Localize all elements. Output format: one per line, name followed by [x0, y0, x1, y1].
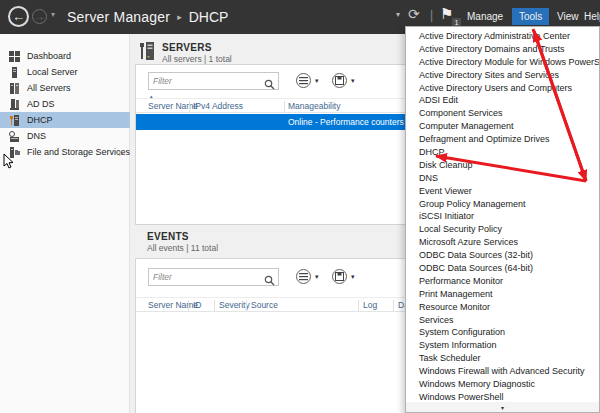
- save-caret-icon[interactable]: ▾: [351, 77, 355, 85]
- servers-filter-input[interactable]: [149, 73, 261, 89]
- ad-ds-icon: [9, 99, 20, 110]
- servers-filter-box: [148, 72, 279, 90]
- forward-button[interactable]: →: [32, 9, 47, 24]
- tools-menu-item[interactable]: Resource Monitor: [406, 301, 599, 314]
- tools-menu-item[interactable]: Component Services: [406, 107, 599, 120]
- tools-menu-item[interactable]: iSCSI Initiator: [406, 210, 599, 223]
- breadcrumb: Server Manager ▸ DHCP: [67, 0, 228, 34]
- column-divider: [214, 300, 215, 311]
- tools-menu-item[interactable]: Services: [406, 314, 599, 327]
- column-divider: [189, 101, 190, 112]
- search-icon[interactable]: [264, 76, 275, 94]
- menu-scroll-down-button[interactable]: ▾: [406, 402, 599, 412]
- tools-menu-item[interactable]: Print Management: [406, 288, 599, 301]
- servers-panel-subtitle: All servers | 1 total: [162, 54, 232, 64]
- column-divider: [284, 101, 285, 112]
- column-ipv4-address[interactable]: IPv4 Address: [193, 101, 243, 111]
- query-list-button[interactable]: [296, 269, 311, 284]
- sidebar-item-dashboard[interactable]: Dashboard: [0, 48, 130, 64]
- sidebar-item-local-server[interactable]: Local Server: [0, 64, 130, 80]
- sidebar-item-ad-ds[interactable]: AD DS: [0, 96, 130, 112]
- tools-menu-item[interactable]: Active Directory Administrative Center: [406, 30, 599, 43]
- tools-menu-item[interactable]: Performance Monitor: [406, 275, 599, 288]
- events-filter-input[interactable]: [149, 269, 261, 285]
- tools-menu-item[interactable]: Windows Firewall with Advanced Security: [406, 365, 599, 378]
- expand-chevron-icon[interactable]: ▷: [119, 149, 124, 156]
- tools-menu-item[interactable]: Active Directory Sites and Services: [406, 69, 599, 82]
- tools-menu-item[interactable]: Event Viewer: [406, 185, 599, 198]
- servers-panel-title: SERVERS: [162, 42, 232, 53]
- column-server-name[interactable]: Server Name: [148, 101, 198, 111]
- server-manager-window: ← → ▾ Server Manager ▸ DHCP ▾ ⟳ | ⚑ 1 Ma…: [0, 0, 600, 413]
- dashboard-icon: [9, 51, 20, 62]
- sidebar-label: DHCP: [27, 115, 53, 125]
- tools-menu-item[interactable]: ODBC Data Sources (64-bit): [406, 262, 599, 275]
- sidebar-item-all-servers[interactable]: All Servers: [0, 80, 130, 96]
- refresh-dropdown-caret-icon[interactable]: ▾: [396, 10, 400, 19]
- back-button[interactable]: ←: [8, 6, 29, 27]
- app-title: Server Manager: [67, 9, 170, 25]
- sidebar-label: Local Server: [27, 67, 78, 77]
- save-icon: [335, 76, 344, 85]
- tools-menu-item[interactable]: Active Directory Module for Windows Powe…: [406, 56, 599, 69]
- save-query-button[interactable]: [332, 269, 347, 284]
- menu-tools[interactable]: Tools: [512, 8, 549, 25]
- column-divider: [393, 300, 394, 311]
- tools-menu-item[interactable]: DNS: [406, 172, 599, 185]
- menu-help[interactable]: Help: [577, 8, 600, 25]
- topbar-separator: |: [430, 8, 433, 22]
- column-divider: [246, 300, 247, 311]
- events-panel-title: EVENTS: [147, 231, 218, 242]
- tools-menu-item[interactable]: Local Security Policy: [406, 223, 599, 236]
- save-query-button[interactable]: [332, 73, 347, 88]
- tools-menu-item[interactable]: Microsoft Azure Services: [406, 236, 599, 249]
- tools-menu-item[interactable]: System Information: [406, 339, 599, 352]
- save-icon: [335, 272, 344, 281]
- tools-menu-items: Active Directory Administrative Center A…: [406, 30, 599, 404]
- sidebar-item-file-storage-services[interactable]: File and Storage Services ▷: [0, 144, 130, 160]
- tools-menu-item[interactable]: Computer Management: [406, 120, 599, 133]
- events-panel-subtitle: All events | 11 total: [147, 243, 218, 253]
- list-icon: [299, 76, 308, 85]
- dns-icon: [9, 131, 20, 142]
- tools-menu-item[interactable]: Task Scheduler: [406, 352, 599, 365]
- tools-menu-item[interactable]: Active Directory Domains and Trusts: [406, 43, 599, 56]
- forward-arrow-icon: →: [35, 11, 45, 22]
- menu-manage[interactable]: Manage: [460, 8, 510, 25]
- search-icon[interactable]: [264, 272, 275, 290]
- page-title: DHCP: [189, 9, 229, 25]
- tools-menu-item-dhcp[interactable]: DHCP: [406, 146, 599, 159]
- column-manageability[interactable]: Manageability: [288, 101, 340, 111]
- events-heading: EVENTS All events | 11 total: [147, 231, 218, 253]
- sort-ascending-icon: ▴: [150, 93, 153, 99]
- column-server-name[interactable]: Server Name: [148, 300, 198, 310]
- tools-menu-item[interactable]: System Configuration: [406, 326, 599, 339]
- column-divider: [358, 300, 359, 311]
- tools-menu-item[interactable]: Active Directory Users and Computers: [406, 82, 599, 95]
- query-caret-icon[interactable]: ▾: [315, 273, 319, 281]
- tools-menu-item[interactable]: Disk Cleanup: [406, 159, 599, 172]
- tools-menu-item[interactable]: Defragment and Optimize Drives: [406, 133, 599, 146]
- query-caret-icon[interactable]: ▾: [315, 77, 319, 85]
- query-list-button[interactable]: [296, 73, 311, 88]
- tools-menu-item[interactable]: ODBC Data Sources (32-bit): [406, 249, 599, 262]
- column-id[interactable]: ID: [193, 300, 202, 310]
- tools-dropdown-menu: Active Directory Administrative Center A…: [405, 26, 600, 413]
- sidebar-item-dhcp[interactable]: DHCP: [0, 112, 130, 128]
- column-divider: [188, 300, 189, 311]
- back-arrow-icon: ←: [12, 9, 25, 24]
- tools-menu-item[interactable]: Group Policy Management: [406, 198, 599, 211]
- nav-history-caret-icon[interactable]: ▾: [51, 10, 55, 19]
- sidebar-label: DNS: [27, 131, 46, 141]
- tools-menu-item[interactable]: ADSI Edit: [406, 94, 599, 107]
- sidebar-item-dns[interactable]: DNS: [0, 128, 130, 144]
- sidebar-label: AD DS: [27, 99, 55, 109]
- tools-menu-item[interactable]: Windows Memory Diagnostic: [406, 378, 599, 391]
- nav-sidebar: Dashboard Local Server All Servers AD DS…: [0, 34, 130, 413]
- column-source[interactable]: Source: [251, 300, 278, 310]
- refresh-icon[interactable]: ⟳: [408, 6, 420, 22]
- save-caret-icon[interactable]: ▾: [351, 273, 355, 281]
- mouse-cursor: [3, 153, 15, 170]
- dhcp-icon: [9, 115, 20, 126]
- column-log[interactable]: Log: [363, 300, 377, 310]
